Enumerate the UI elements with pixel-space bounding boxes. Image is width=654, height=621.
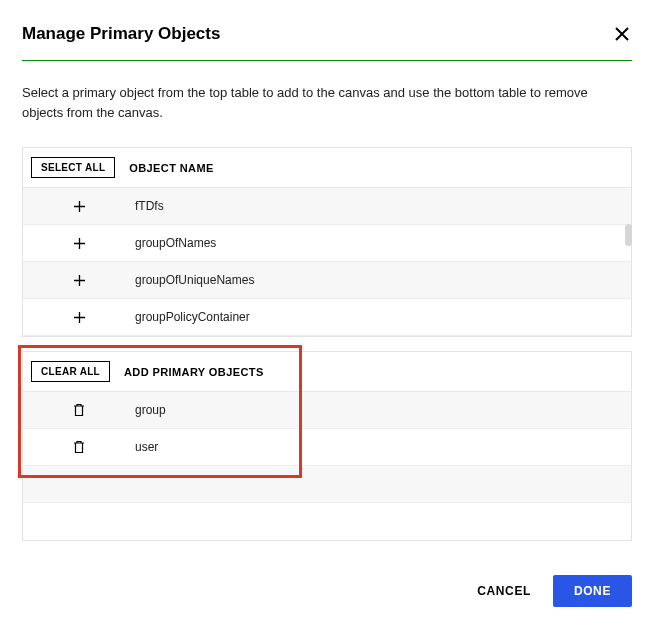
- selected-objects-header: CLEAR ALL ADD PRIMARY OBJECTS: [23, 352, 631, 392]
- add-icon[interactable]: [73, 237, 86, 250]
- clear-all-button[interactable]: CLEAR ALL: [31, 361, 110, 382]
- done-button[interactable]: DONE: [553, 575, 632, 607]
- add-icon[interactable]: [73, 200, 86, 213]
- remove-icon[interactable]: [73, 440, 85, 454]
- object-name: group: [135, 403, 166, 417]
- object-name: groupOfNames: [135, 236, 216, 250]
- scrollbar-thumb[interactable]: [625, 224, 632, 246]
- object-name: user: [135, 440, 158, 454]
- dialog-title: Manage Primary Objects: [22, 24, 220, 44]
- selected-objects-table: CLEAR ALL ADD PRIMARY OBJECTS group user: [22, 351, 632, 541]
- add-icon[interactable]: [73, 274, 86, 287]
- remove-icon[interactable]: [73, 403, 85, 417]
- dialog-description: Select a primary object from the top tab…: [22, 83, 632, 123]
- table-row: groupOfUniqueNames: [23, 262, 631, 299]
- select-all-button[interactable]: SELECT ALL: [31, 157, 115, 178]
- object-name: groupPolicyContainer: [135, 310, 250, 324]
- manage-primary-objects-dialog: Manage Primary Objects Select a primary …: [0, 0, 654, 621]
- selected-objects-rows: group user: [23, 392, 631, 540]
- selected-objects-column-header: ADD PRIMARY OBJECTS: [124, 366, 264, 378]
- header-divider: [22, 60, 632, 61]
- available-objects-column-header: OBJECT NAME: [129, 162, 213, 174]
- table-row: groupOfNames: [23, 225, 631, 262]
- object-name: fTDfs: [135, 199, 164, 213]
- object-name: groupOfUniqueNames: [135, 273, 254, 287]
- table-row: groupPolicyContainer: [23, 299, 631, 336]
- table-row: user: [23, 429, 631, 466]
- dialog-header: Manage Primary Objects: [22, 24, 632, 44]
- table-row: group: [23, 392, 631, 429]
- add-icon[interactable]: [73, 311, 86, 324]
- table-row-empty: [23, 503, 631, 540]
- close-icon: [614, 26, 630, 42]
- dialog-footer: CANCEL DONE: [463, 575, 632, 607]
- available-objects-table: SELECT ALL OBJECT NAME fTDfs groupOfName…: [22, 147, 632, 337]
- table-row-empty: [23, 466, 631, 503]
- available-objects-header: SELECT ALL OBJECT NAME: [23, 148, 631, 188]
- close-button[interactable]: [612, 24, 632, 44]
- table-row: fTDfs: [23, 188, 631, 225]
- available-objects-rows: fTDfs groupOfNames groupOfUniqueNames: [23, 188, 631, 336]
- cancel-button[interactable]: CANCEL: [463, 575, 545, 607]
